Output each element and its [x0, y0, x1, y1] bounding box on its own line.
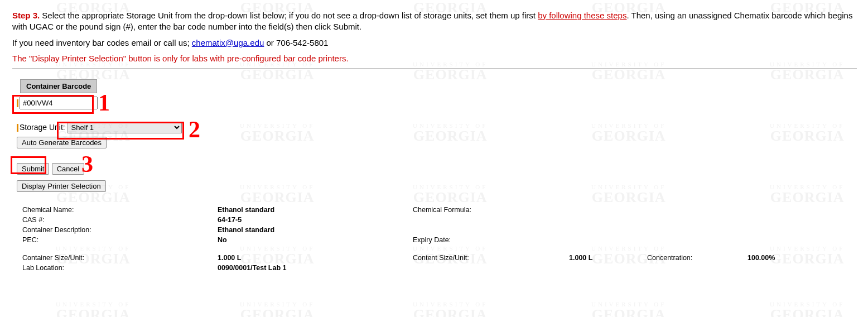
barcode-input[interactable] [20, 97, 98, 109]
email-link[interactable]: chematix@uga.edu [192, 38, 264, 47]
auto-generate-button[interactable]: Auto Generate Barcodes [17, 137, 107, 148]
link-follow-steps[interactable]: by following these steps [538, 11, 626, 20]
tick-icon [17, 124, 18, 132]
chemical-details: Chemical Name: Ethanol standard Chemical… [17, 204, 780, 273]
divider [12, 69, 857, 69]
display-printer-button[interactable]: Display Printer Selection [17, 180, 106, 192]
cancel-button[interactable]: Cancel [52, 163, 84, 175]
printer-note: The "Display Printer Selection" button i… [12, 53, 857, 64]
step-label: Step 3. [12, 11, 40, 20]
tick-icon [17, 99, 18, 107]
storage-unit-select[interactable]: Shelf 1 [67, 122, 182, 133]
storage-unit-label: Storage Unit: [20, 123, 65, 132]
submit-button[interactable]: Submit [17, 163, 49, 175]
help-line: If you need inventory bar codes email or… [12, 37, 857, 49]
container-barcode-header: Container Barcode [20, 79, 97, 93]
step3-instructions: Step 3. Select the appropriate Storage U… [12, 10, 857, 33]
